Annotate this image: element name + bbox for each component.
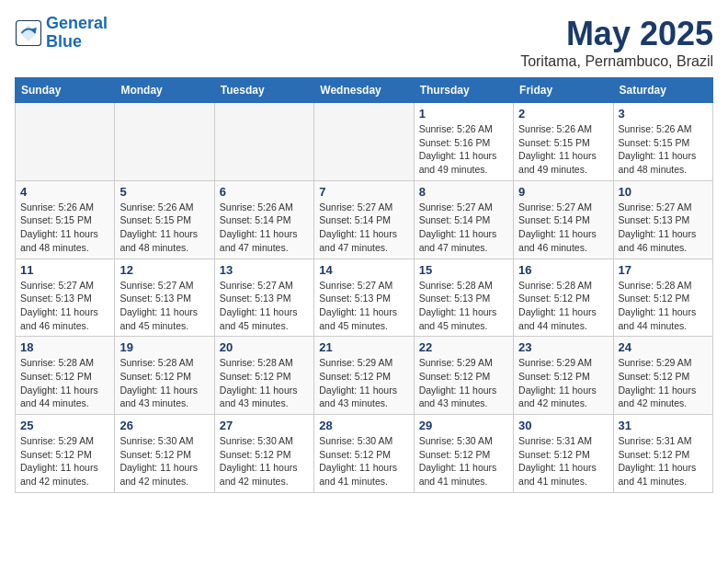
day-info: Sunrise: 5:26 AM Sunset: 5:15 PM Dayligh…	[518, 122, 608, 177]
day-number: 22	[419, 340, 508, 354]
logo: General Blue	[15, 15, 108, 52]
day-info: Sunrise: 5:26 AM Sunset: 5:15 PM Dayligh…	[619, 122, 708, 177]
day-info: Sunrise: 5:27 AM Sunset: 5:13 PM Dayligh…	[319, 279, 408, 333]
header-day-tuesday: Tuesday	[214, 78, 313, 103]
day-cell: 19Sunrise: 5:28 AM Sunset: 5:12 PM Dayli…	[115, 337, 214, 415]
day-cell: 16Sunrise: 5:28 AM Sunset: 5:12 PM Dayli…	[514, 259, 613, 337]
week-row-4: 18Sunrise: 5:28 AM Sunset: 5:12 PM Dayli…	[16, 337, 713, 415]
day-info: Sunrise: 5:27 AM Sunset: 5:13 PM Dayligh…	[119, 279, 209, 333]
day-cell	[214, 103, 313, 181]
day-info: Sunrise: 5:27 AM Sunset: 5:13 PM Dayligh…	[619, 201, 708, 255]
day-cell: 1Sunrise: 5:26 AM Sunset: 5:16 PM Daylig…	[414, 103, 513, 181]
day-number: 28	[319, 419, 408, 432]
day-cell: 31Sunrise: 5:31 AM Sunset: 5:12 PM Dayli…	[613, 415, 712, 493]
day-cell: 28Sunrise: 5:30 AM Sunset: 5:12 PM Dayli…	[314, 415, 414, 493]
day-info: Sunrise: 5:29 AM Sunset: 5:12 PM Dayligh…	[419, 356, 508, 410]
day-cell: 15Sunrise: 5:28 AM Sunset: 5:13 PM Dayli…	[414, 259, 513, 337]
day-info: Sunrise: 5:29 AM Sunset: 5:12 PM Dayligh…	[20, 434, 109, 488]
day-number: 15	[419, 263, 508, 277]
day-number: 21	[319, 340, 408, 354]
day-number: 24	[619, 340, 708, 354]
day-info: Sunrise: 5:26 AM Sunset: 5:16 PM Dayligh…	[419, 122, 508, 177]
day-cell: 27Sunrise: 5:30 AM Sunset: 5:12 PM Dayli…	[214, 415, 313, 493]
day-cell: 3Sunrise: 5:26 AM Sunset: 5:15 PM Daylig…	[613, 103, 712, 181]
day-info: Sunrise: 5:28 AM Sunset: 5:12 PM Dayligh…	[619, 279, 708, 333]
day-number: 1	[419, 107, 508, 121]
day-number: 9	[518, 185, 608, 199]
day-cell: 8Sunrise: 5:27 AM Sunset: 5:14 PM Daylig…	[414, 180, 513, 259]
day-info: Sunrise: 5:28 AM Sunset: 5:12 PM Dayligh…	[220, 356, 309, 410]
day-info: Sunrise: 5:27 AM Sunset: 5:13 PM Dayligh…	[20, 279, 109, 333]
day-number: 11	[20, 263, 109, 277]
page-header: General Blue May 2025 Toritama, Pernambu…	[15, 15, 713, 70]
day-info: Sunrise: 5:26 AM Sunset: 5:15 PM Dayligh…	[20, 201, 109, 255]
day-info: Sunrise: 5:28 AM Sunset: 5:12 PM Dayligh…	[119, 356, 209, 410]
day-info: Sunrise: 5:28 AM Sunset: 5:13 PM Dayligh…	[419, 279, 508, 333]
day-cell: 29Sunrise: 5:30 AM Sunset: 5:12 PM Dayli…	[414, 415, 513, 493]
main-title: May 2025	[520, 15, 713, 53]
header-day-thursday: Thursday	[414, 78, 513, 103]
day-info: Sunrise: 5:30 AM Sunset: 5:12 PM Dayligh…	[119, 434, 209, 488]
day-cell: 21Sunrise: 5:29 AM Sunset: 5:12 PM Dayli…	[314, 337, 414, 415]
day-number: 30	[518, 419, 608, 432]
day-number: 26	[119, 419, 209, 432]
calendar-body: 1Sunrise: 5:26 AM Sunset: 5:16 PM Daylig…	[16, 103, 713, 493]
logo-icon	[15, 19, 42, 47]
day-cell: 12Sunrise: 5:27 AM Sunset: 5:13 PM Dayli…	[115, 259, 214, 337]
day-number: 25	[20, 419, 109, 432]
day-number: 5	[119, 185, 209, 199]
day-number: 19	[119, 340, 209, 354]
week-row-1: 1Sunrise: 5:26 AM Sunset: 5:16 PM Daylig…	[16, 103, 713, 181]
logo-line1: General	[46, 14, 108, 32]
day-number: 14	[319, 263, 408, 277]
day-number: 18	[20, 340, 109, 354]
day-cell	[16, 103, 115, 181]
day-info: Sunrise: 5:29 AM Sunset: 5:12 PM Dayligh…	[619, 356, 708, 410]
day-info: Sunrise: 5:27 AM Sunset: 5:14 PM Dayligh…	[319, 201, 408, 255]
day-number: 6	[220, 185, 309, 199]
day-cell: 22Sunrise: 5:29 AM Sunset: 5:12 PM Dayli…	[414, 337, 513, 415]
day-cell: 17Sunrise: 5:28 AM Sunset: 5:12 PM Dayli…	[613, 259, 712, 337]
day-info: Sunrise: 5:27 AM Sunset: 5:14 PM Dayligh…	[518, 201, 608, 255]
day-cell: 25Sunrise: 5:29 AM Sunset: 5:12 PM Dayli…	[16, 415, 115, 493]
day-number: 10	[619, 185, 708, 199]
day-cell: 4Sunrise: 5:26 AM Sunset: 5:15 PM Daylig…	[16, 180, 115, 259]
day-number: 13	[220, 263, 309, 277]
day-cell: 6Sunrise: 5:26 AM Sunset: 5:14 PM Daylig…	[214, 180, 313, 259]
day-cell: 5Sunrise: 5:26 AM Sunset: 5:15 PM Daylig…	[115, 180, 214, 259]
logo-text: General Blue	[46, 15, 108, 52]
day-number: 31	[619, 419, 708, 432]
day-info: Sunrise: 5:30 AM Sunset: 5:12 PM Dayligh…	[220, 434, 309, 488]
day-info: Sunrise: 5:30 AM Sunset: 5:12 PM Dayligh…	[419, 434, 508, 488]
day-cell	[314, 103, 414, 181]
header-day-sunday: Sunday	[16, 78, 115, 103]
day-number: 7	[319, 185, 408, 199]
day-number: 8	[419, 185, 508, 199]
day-cell: 18Sunrise: 5:28 AM Sunset: 5:12 PM Dayli…	[16, 337, 115, 415]
day-info: Sunrise: 5:28 AM Sunset: 5:12 PM Dayligh…	[20, 356, 109, 410]
day-info: Sunrise: 5:29 AM Sunset: 5:12 PM Dayligh…	[319, 356, 408, 410]
header-row: SundayMondayTuesdayWednesdayThursdayFrid…	[16, 78, 713, 103]
day-info: Sunrise: 5:26 AM Sunset: 5:15 PM Dayligh…	[119, 201, 209, 255]
day-number: 23	[518, 340, 608, 354]
header-day-friday: Friday	[514, 78, 613, 103]
day-number: 3	[619, 107, 708, 121]
day-cell: 2Sunrise: 5:26 AM Sunset: 5:15 PM Daylig…	[514, 103, 613, 181]
day-info: Sunrise: 5:31 AM Sunset: 5:12 PM Dayligh…	[518, 434, 608, 488]
day-info: Sunrise: 5:29 AM Sunset: 5:12 PM Dayligh…	[518, 356, 608, 410]
day-cell: 14Sunrise: 5:27 AM Sunset: 5:13 PM Dayli…	[314, 259, 414, 337]
day-info: Sunrise: 5:27 AM Sunset: 5:14 PM Dayligh…	[419, 201, 508, 255]
day-number: 27	[220, 419, 309, 432]
week-row-5: 25Sunrise: 5:29 AM Sunset: 5:12 PM Dayli…	[16, 415, 713, 493]
day-number: 2	[518, 107, 608, 121]
day-cell	[115, 103, 214, 181]
day-number: 16	[518, 263, 608, 277]
day-cell: 9Sunrise: 5:27 AM Sunset: 5:14 PM Daylig…	[514, 180, 613, 259]
day-number: 29	[419, 419, 508, 432]
day-number: 20	[220, 340, 309, 354]
day-cell: 7Sunrise: 5:27 AM Sunset: 5:14 PM Daylig…	[314, 180, 414, 259]
day-info: Sunrise: 5:30 AM Sunset: 5:12 PM Dayligh…	[319, 434, 408, 488]
header-day-saturday: Saturday	[613, 78, 712, 103]
calendar-header: SundayMondayTuesdayWednesdayThursdayFrid…	[16, 78, 713, 103]
subtitle: Toritama, Pernambuco, Brazil	[520, 53, 713, 70]
